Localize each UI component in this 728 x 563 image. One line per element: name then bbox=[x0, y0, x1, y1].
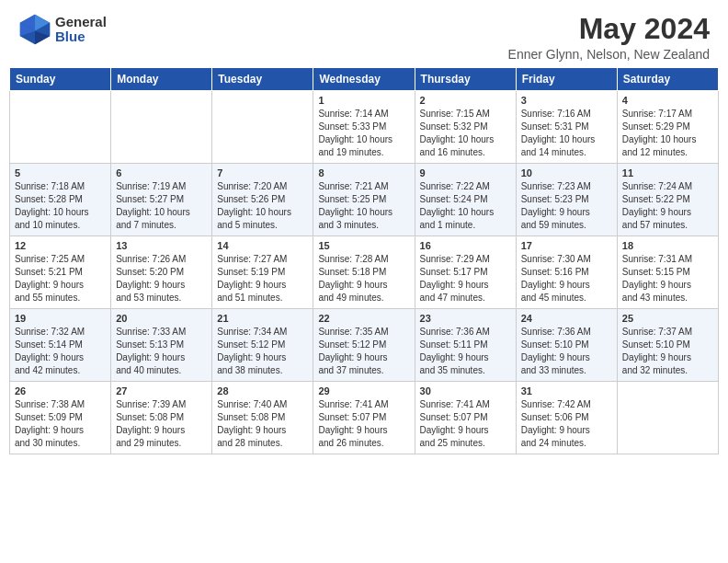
day-info: Sunrise: 7:25 AM Sunset: 5:21 PM Dayligh… bbox=[15, 253, 106, 304]
calendar-cell: 11Sunrise: 7:24 AM Sunset: 5:22 PM Dayli… bbox=[617, 164, 718, 236]
calendar-cell: 23Sunrise: 7:36 AM Sunset: 5:11 PM Dayli… bbox=[415, 309, 516, 382]
calendar-week-5: 26Sunrise: 7:38 AM Sunset: 5:09 PM Dayli… bbox=[10, 382, 719, 454]
day-number: 18 bbox=[622, 240, 713, 251]
calendar-cell: 17Sunrise: 7:30 AM Sunset: 5:16 PM Dayli… bbox=[516, 236, 617, 309]
calendar-cell: 7Sunrise: 7:20 AM Sunset: 5:26 PM Daylig… bbox=[212, 164, 313, 236]
day-info: Sunrise: 7:35 AM Sunset: 5:12 PM Dayligh… bbox=[318, 326, 409, 377]
calendar-cell: 4Sunrise: 7:17 AM Sunset: 5:29 PM Daylig… bbox=[617, 91, 718, 164]
header: General Blue May 2024 Enner Glynn, Nelso… bbox=[0, 0, 728, 67]
day-info: Sunrise: 7:33 AM Sunset: 5:13 PM Dayligh… bbox=[116, 326, 207, 377]
calendar-cell: 5Sunrise: 7:18 AM Sunset: 5:28 PM Daylig… bbox=[10, 164, 111, 236]
day-number: 27 bbox=[116, 385, 207, 396]
day-number: 21 bbox=[217, 313, 308, 324]
day-number: 11 bbox=[622, 167, 713, 178]
day-number: 1 bbox=[318, 95, 409, 106]
calendar-cell bbox=[111, 91, 212, 164]
calendar-cell: 27Sunrise: 7:39 AM Sunset: 5:08 PM Dayli… bbox=[111, 382, 212, 454]
day-number: 17 bbox=[521, 240, 612, 251]
day-number: 28 bbox=[217, 385, 308, 396]
day-number: 12 bbox=[15, 240, 106, 251]
day-number: 23 bbox=[420, 313, 511, 324]
day-info: Sunrise: 7:34 AM Sunset: 5:12 PM Dayligh… bbox=[217, 326, 308, 377]
day-number: 22 bbox=[318, 313, 409, 324]
day-info: Sunrise: 7:15 AM Sunset: 5:32 PM Dayligh… bbox=[420, 108, 511, 159]
day-number: 13 bbox=[116, 240, 207, 251]
location-title: Enner Glynn, Nelson, New Zealand bbox=[508, 47, 710, 62]
day-info: Sunrise: 7:32 AM Sunset: 5:14 PM Dayligh… bbox=[15, 326, 106, 377]
logo-text: General Blue bbox=[55, 15, 107, 45]
day-number: 19 bbox=[15, 313, 106, 324]
col-header-monday: Monday bbox=[111, 68, 212, 91]
day-info: Sunrise: 7:41 AM Sunset: 5:07 PM Dayligh… bbox=[318, 398, 409, 450]
day-info: Sunrise: 7:23 AM Sunset: 5:23 PM Dayligh… bbox=[521, 180, 612, 232]
logo-blue-text: Blue bbox=[55, 29, 107, 45]
day-info: Sunrise: 7:40 AM Sunset: 5:08 PM Dayligh… bbox=[217, 398, 308, 450]
calendar-cell bbox=[617, 382, 718, 454]
day-info: Sunrise: 7:28 AM Sunset: 5:18 PM Dayligh… bbox=[318, 253, 409, 304]
day-number: 25 bbox=[622, 313, 713, 324]
calendar-cell: 21Sunrise: 7:34 AM Sunset: 5:12 PM Dayli… bbox=[212, 309, 313, 382]
day-info: Sunrise: 7:27 AM Sunset: 5:19 PM Dayligh… bbox=[217, 253, 308, 304]
col-header-tuesday: Tuesday bbox=[212, 68, 313, 91]
calendar-cell: 16Sunrise: 7:29 AM Sunset: 5:17 PM Dayli… bbox=[415, 236, 516, 309]
calendar-cell: 6Sunrise: 7:19 AM Sunset: 5:27 PM Daylig… bbox=[111, 164, 212, 236]
day-info: Sunrise: 7:37 AM Sunset: 5:10 PM Dayligh… bbox=[622, 326, 713, 377]
day-info: Sunrise: 7:19 AM Sunset: 5:27 PM Dayligh… bbox=[116, 180, 207, 232]
day-info: Sunrise: 7:36 AM Sunset: 5:11 PM Dayligh… bbox=[420, 326, 511, 377]
day-number: 4 bbox=[622, 95, 713, 106]
calendar-cell: 29Sunrise: 7:41 AM Sunset: 5:07 PM Dayli… bbox=[313, 382, 415, 454]
day-info: Sunrise: 7:42 AM Sunset: 5:06 PM Dayligh… bbox=[521, 398, 612, 450]
logo: General Blue bbox=[18, 13, 107, 46]
calendar-week-4: 19Sunrise: 7:32 AM Sunset: 5:14 PM Dayli… bbox=[10, 309, 719, 382]
day-info: Sunrise: 7:21 AM Sunset: 5:25 PM Dayligh… bbox=[318, 180, 409, 232]
day-number: 15 bbox=[318, 240, 409, 251]
calendar-cell: 24Sunrise: 7:36 AM Sunset: 5:10 PM Dayli… bbox=[516, 309, 617, 382]
calendar-header-row: SundayMondayTuesdayWednesdayThursdayFrid… bbox=[10, 68, 719, 91]
calendar-cell bbox=[10, 91, 111, 164]
calendar-cell: 18Sunrise: 7:31 AM Sunset: 5:15 PM Dayli… bbox=[617, 236, 718, 309]
col-header-sunday: Sunday bbox=[10, 68, 111, 91]
col-header-saturday: Saturday bbox=[617, 68, 718, 91]
day-number: 24 bbox=[521, 313, 612, 324]
day-info: Sunrise: 7:41 AM Sunset: 5:07 PM Dayligh… bbox=[420, 398, 511, 450]
calendar-cell: 15Sunrise: 7:28 AM Sunset: 5:18 PM Dayli… bbox=[313, 236, 415, 309]
calendar-cell: 14Sunrise: 7:27 AM Sunset: 5:19 PM Dayli… bbox=[212, 236, 313, 309]
day-number: 16 bbox=[420, 240, 511, 251]
calendar-cell: 28Sunrise: 7:40 AM Sunset: 5:08 PM Dayli… bbox=[212, 382, 313, 454]
day-info: Sunrise: 7:18 AM Sunset: 5:28 PM Dayligh… bbox=[15, 180, 106, 232]
day-info: Sunrise: 7:30 AM Sunset: 5:16 PM Dayligh… bbox=[521, 253, 612, 304]
day-number: 6 bbox=[116, 167, 207, 178]
day-number: 5 bbox=[15, 167, 106, 178]
day-info: Sunrise: 7:22 AM Sunset: 5:24 PM Dayligh… bbox=[420, 180, 511, 232]
day-number: 26 bbox=[15, 385, 106, 396]
calendar-cell: 8Sunrise: 7:21 AM Sunset: 5:25 PM Daylig… bbox=[313, 164, 415, 236]
logo-general-text: General bbox=[55, 15, 107, 30]
calendar-cell: 19Sunrise: 7:32 AM Sunset: 5:14 PM Dayli… bbox=[10, 309, 111, 382]
day-number: 14 bbox=[217, 240, 308, 251]
day-number: 7 bbox=[217, 167, 308, 178]
calendar-cell: 31Sunrise: 7:42 AM Sunset: 5:06 PM Dayli… bbox=[516, 382, 617, 454]
day-number: 3 bbox=[521, 95, 612, 106]
day-info: Sunrise: 7:31 AM Sunset: 5:15 PM Dayligh… bbox=[622, 253, 713, 304]
calendar-cell: 1Sunrise: 7:14 AM Sunset: 5:33 PM Daylig… bbox=[313, 91, 415, 164]
calendar-cell: 30Sunrise: 7:41 AM Sunset: 5:07 PM Dayli… bbox=[415, 382, 516, 454]
calendar-cell: 26Sunrise: 7:38 AM Sunset: 5:09 PM Dayli… bbox=[10, 382, 111, 454]
calendar-week-3: 12Sunrise: 7:25 AM Sunset: 5:21 PM Dayli… bbox=[10, 236, 719, 309]
calendar-cell bbox=[212, 91, 313, 164]
day-info: Sunrise: 7:36 AM Sunset: 5:10 PM Dayligh… bbox=[521, 326, 612, 377]
day-info: Sunrise: 7:14 AM Sunset: 5:33 PM Dayligh… bbox=[318, 108, 409, 159]
calendar-cell: 10Sunrise: 7:23 AM Sunset: 5:23 PM Dayli… bbox=[516, 164, 617, 236]
col-header-friday: Friday bbox=[516, 68, 617, 91]
day-info: Sunrise: 7:26 AM Sunset: 5:20 PM Dayligh… bbox=[116, 253, 207, 304]
calendar-week-2: 5Sunrise: 7:18 AM Sunset: 5:28 PM Daylig… bbox=[10, 164, 719, 236]
col-header-thursday: Thursday bbox=[415, 68, 516, 91]
day-info: Sunrise: 7:29 AM Sunset: 5:17 PM Dayligh… bbox=[420, 253, 511, 304]
calendar-cell: 20Sunrise: 7:33 AM Sunset: 5:13 PM Dayli… bbox=[111, 309, 212, 382]
day-number: 31 bbox=[521, 385, 612, 396]
calendar-cell: 12Sunrise: 7:25 AM Sunset: 5:21 PM Dayli… bbox=[10, 236, 111, 309]
day-info: Sunrise: 7:17 AM Sunset: 5:29 PM Dayligh… bbox=[622, 108, 713, 159]
day-info: Sunrise: 7:16 AM Sunset: 5:31 PM Dayligh… bbox=[521, 108, 612, 159]
day-info: Sunrise: 7:39 AM Sunset: 5:08 PM Dayligh… bbox=[116, 398, 207, 450]
calendar-cell: 13Sunrise: 7:26 AM Sunset: 5:20 PM Dayli… bbox=[111, 236, 212, 309]
day-number: 10 bbox=[521, 167, 612, 178]
